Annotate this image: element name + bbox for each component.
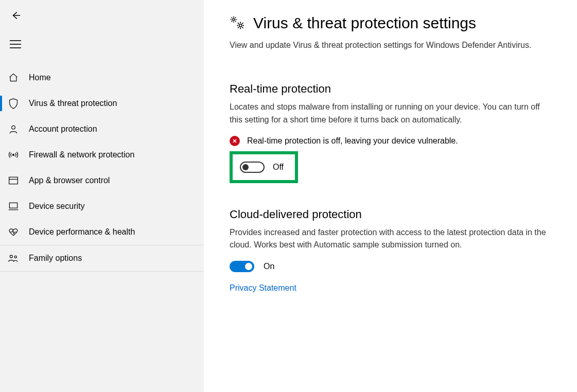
svg-line-16 [235, 21, 236, 22]
realtime-toggle-label: Off [273, 163, 284, 172]
realtime-warning-text: Real-time protection is off, leaving you… [247, 136, 458, 146]
svg-point-10 [233, 19, 235, 21]
privacy-statement-link[interactable]: Privacy Statement [230, 283, 296, 293]
svg-line-17 [232, 21, 233, 22]
error-icon [230, 136, 240, 146]
nav-item-home[interactable]: Home [0, 65, 204, 91]
nav-list: Home Virus & threat protection Account p… [0, 65, 204, 272]
nav-item-label: App & browser control [29, 176, 110, 185]
family-icon [7, 252, 20, 264]
laptop-icon [7, 200, 20, 212]
nav-item-account[interactable]: Account protection [0, 116, 204, 142]
nav-item-device-security[interactable]: Device security [0, 193, 204, 219]
nav-item-app-browser[interactable]: App & browser control [0, 168, 204, 193]
menu-button[interactable] [5, 34, 26, 55]
content-area: Virus & threat protection settings View … [204, 0, 577, 392]
svg-line-18 [235, 17, 236, 19]
nav-item-label: Account protection [29, 124, 97, 134]
svg-rect-5 [9, 177, 18, 184]
nav-item-label: Family options [29, 254, 82, 263]
cloud-toggle[interactable] [230, 261, 254, 272]
back-button[interactable] [5, 5, 26, 26]
nav-divider [0, 271, 204, 272]
cloud-toggle-label: On [264, 262, 274, 271]
svg-line-26 [238, 27, 239, 28]
svg-point-4 [13, 154, 14, 156]
nav-item-label: Virus & threat protection [29, 99, 117, 108]
page-title-row: Virus & threat protection settings [230, 14, 556, 32]
svg-line-25 [242, 27, 243, 28]
toggle-knob [242, 164, 249, 170]
cloud-toggle-row: On [230, 261, 556, 272]
nav-item-firewall[interactable]: Firewall & network protection [0, 142, 204, 168]
svg-rect-7 [9, 203, 17, 208]
svg-point-3 [12, 126, 15, 129]
back-arrow-icon [10, 10, 21, 21]
heart-pulse-icon [7, 226, 20, 238]
nav-item-family[interactable]: Family options [0, 245, 204, 271]
svg-point-8 [10, 255, 12, 258]
svg-point-9 [14, 256, 16, 258]
nav-item-label: Home [29, 73, 51, 82]
sidebar: Home Virus & threat protection Account p… [0, 0, 204, 392]
toggle-knob [245, 263, 252, 270]
browser-icon [7, 174, 20, 187]
realtime-warning-row: Real-time protection is off, leaving you… [230, 136, 556, 146]
svg-line-24 [238, 23, 239, 24]
nav-item-label: Device security [29, 202, 84, 211]
hamburger-icon [10, 40, 21, 49]
gears-icon [230, 16, 245, 30]
home-icon [7, 72, 20, 84]
svg-line-15 [232, 17, 233, 19]
cloud-section-title: Cloud-delivered protection [230, 208, 556, 221]
highlight-callout: Off [230, 151, 298, 183]
nav-item-label: Device performance & health [29, 227, 135, 237]
signal-icon [7, 149, 20, 161]
page-subtitle: View and update Virus & threat protectio… [230, 39, 556, 51]
person-icon [7, 123, 20, 135]
realtime-section-title: Real-time protection [230, 82, 556, 96]
svg-line-27 [242, 23, 243, 24]
shield-icon [7, 97, 20, 110]
nav-item-label: Firewall & network protection [29, 150, 134, 159]
page-title: Virus & threat protection settings [253, 14, 476, 32]
cloud-section-desc: Provides increased and faster protection… [230, 226, 549, 252]
svg-point-19 [239, 24, 242, 27]
realtime-section-desc: Locates and stops malware from installin… [230, 101, 549, 127]
realtime-toggle[interactable] [240, 162, 265, 173]
nav-item-virus-threat[interactable]: Virus & threat protection [0, 91, 204, 116]
nav-item-performance[interactable]: Device performance & health [0, 219, 204, 245]
